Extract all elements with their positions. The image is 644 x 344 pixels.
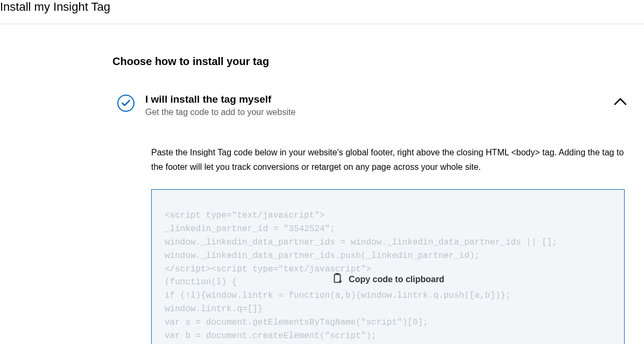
accordion-self-install[interactable]: I will install the tag myself Get the ta… <box>112 94 627 117</box>
page-header: Install my Insight Tag <box>0 0 644 24</box>
accordion-body: Paste the Insight Tag code below in your… <box>112 117 627 344</box>
accordion-text: I will install the tag myself Get the ta… <box>145 94 600 117</box>
copy-code-label: Copy code to clipboard <box>349 275 444 284</box>
accordion-title: I will install the tag myself <box>145 94 600 105</box>
install-instructions: Paste the Insight Tag code below in your… <box>151 145 627 174</box>
clipboard-icon <box>331 273 343 286</box>
code-box: <script type="text/javascript"> _linkedi… <box>151 189 625 344</box>
main-content: Choose how to install your tag I will in… <box>0 24 627 344</box>
accordion-subtitle: Get the tag code to add to your website <box>145 108 600 117</box>
section-title: Choose how to install your tag <box>112 55 627 68</box>
copy-code-button[interactable]: Copy code to clipboard <box>324 268 452 291</box>
page-title: Install my Insight Tag <box>0 0 644 14</box>
chevron-up-icon <box>614 98 627 108</box>
check-circle-icon <box>117 95 135 112</box>
